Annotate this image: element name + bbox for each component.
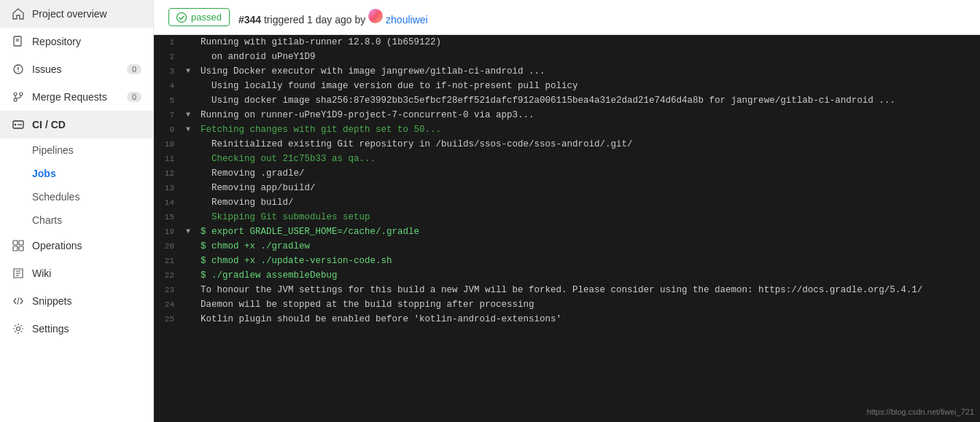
issues-badge: 0	[127, 64, 141, 74]
merge-icon	[12, 90, 25, 103]
expand-arrow[interactable]: ▼	[186, 122, 198, 137]
watermark: https://blog.csdn.net/liwei_721	[867, 407, 974, 416]
line-number: 3	[160, 64, 186, 79]
terminal-text: $ export GRADLE_USER_HOME=/cache/.gradle	[201, 224, 974, 239]
home-icon	[12, 7, 25, 20]
wiki-icon	[12, 267, 25, 280]
terminal-line: 9▼Fetching changes with git depth set to…	[154, 122, 980, 137]
job-number: #344	[238, 14, 261, 26]
terminal-text: Using docker image sha256:87e3992bb3c5ef…	[201, 93, 974, 108]
sidebar: Project overview Repository Issues 0	[0, 0, 154, 422]
line-number: 2	[160, 50, 186, 64]
line-number: 14	[160, 195, 186, 210]
sidebar-sub-item-schedules[interactable]: Schedules	[0, 185, 153, 208]
merge-requests-badge: 0	[127, 92, 141, 102]
svg-rect-16	[19, 246, 23, 251]
sidebar-item-snippets[interactable]: Snippets	[0, 287, 153, 315]
sidebar-item-repository[interactable]: Repository	[0, 28, 153, 55]
line-number: 5	[160, 93, 186, 108]
issue-icon	[12, 63, 25, 76]
terminal-line: 25Kotlin plugin should be enabled before…	[154, 312, 980, 327]
avatar	[368, 9, 383, 23]
terminal-text: Removing .gradle/	[201, 166, 974, 181]
header-job-info: #344 triggered 1 day ago by zhouliwei	[238, 9, 428, 26]
line-number: 9	[160, 122, 186, 137]
status-badge: passed	[168, 8, 230, 26]
sidebar-sub-label-jobs: Jobs	[32, 168, 56, 179]
terminal-text: To honour the JVM settings for this buil…	[201, 283, 974, 297]
sidebar-sub-label-schedules: Schedules	[32, 191, 79, 203]
sidebar-item-ci-cd[interactable]: CI / CD	[0, 111, 153, 138]
check-icon	[176, 12, 187, 23]
terminal-text: $ ./gradlew assembleDebug	[201, 268, 974, 283]
line-number: 4	[160, 79, 186, 93]
sidebar-label-operations: Operations	[32, 240, 82, 251]
terminal-text: on android uPneY1D9	[201, 50, 974, 64]
svg-point-5	[18, 71, 18, 71]
sidebar-label-ci-cd: CI / CD	[32, 119, 66, 130]
sidebar-item-wiki[interactable]: Wiki	[0, 259, 153, 287]
line-number: 20	[160, 239, 186, 254]
terminal-text: Running on runner-uPneY1D9-project-7-con…	[201, 108, 974, 122]
terminal-text: $ chmod +x ./update-version-code.sh	[201, 254, 974, 268]
sidebar-sub-item-charts[interactable]: Charts	[0, 208, 153, 232]
svg-point-11	[15, 124, 16, 125]
terminal-line: 11 Checking out 21c75b33 as qa...	[154, 152, 980, 166]
avatar-image	[368, 9, 383, 23]
terminal-text: Skipping Git submodules setup	[201, 210, 974, 224]
svg-rect-15	[13, 246, 18, 251]
terminal-text: Reinitialized existing Git repository in…	[201, 137, 974, 152]
snippet-icon	[12, 294, 25, 308]
line-number: 1	[160, 35, 186, 50]
terminal-line: 14 Removing build/	[154, 195, 980, 210]
svg-point-7	[20, 93, 23, 95]
terminal-text: Checking out 21c75b33 as qa...	[201, 152, 974, 166]
sidebar-item-operations[interactable]: Operations	[0, 232, 153, 259]
line-number: 23	[160, 283, 186, 297]
terminal[interactable]: 1Running with gitlab-runner 12.8.0 (1b65…	[154, 35, 980, 422]
line-number: 13	[160, 181, 186, 195]
ci-icon	[12, 118, 25, 131]
sidebar-label-repository: Repository	[32, 36, 81, 47]
svg-rect-13	[13, 241, 18, 245]
terminal-line: 13 Removing app/build/	[154, 181, 980, 195]
sidebar-item-merge-requests[interactable]: Merge Requests 0	[0, 83, 153, 111]
line-number: 21	[160, 254, 186, 268]
line-number: 11	[160, 152, 186, 166]
terminal-line: 5 Using docker image sha256:87e3992bb3c5…	[154, 93, 980, 108]
sidebar-item-settings[interactable]: Settings	[0, 315, 153, 343]
svg-point-6	[14, 93, 17, 95]
terminal-line: 24Daemon will be stopped at the build st…	[154, 297, 980, 312]
line-number: 24	[160, 297, 186, 312]
expand-arrow[interactable]: ▼	[186, 224, 198, 239]
sidebar-sub-item-pipelines[interactable]: Pipelines	[0, 138, 153, 162]
terminal-line: 22$ ./gradlew assembleDebug	[154, 268, 980, 283]
terminal-line: 21$ chmod +x ./update-version-code.sh	[154, 254, 980, 268]
sidebar-item-issues[interactable]: Issues 0	[0, 55, 153, 83]
terminal-text: Fetching changes with git depth set to 5…	[201, 122, 974, 137]
sidebar-label-issues: Issues	[32, 63, 61, 75]
sidebar-label-merge-requests: Merge Requests	[32, 91, 107, 103]
sidebar-sub-label-pipelines: Pipelines	[32, 144, 74, 156]
username-link[interactable]: zhouliwei	[386, 14, 428, 26]
expand-arrow[interactable]: ▼	[186, 64, 198, 79]
terminal-line: 4 Using locally found image version due …	[154, 79, 980, 93]
terminal-text: $ chmod +x ./gradlew	[201, 239, 974, 254]
book-icon	[12, 35, 25, 48]
line-number: 22	[160, 268, 186, 283]
status-text: passed	[191, 12, 222, 23]
terminal-line: 10 Reinitialized existing Git repository…	[154, 137, 980, 152]
terminal-line: 2 on android uPneY1D9	[154, 50, 980, 64]
svg-point-22	[177, 12, 187, 22]
expand-arrow[interactable]: ▼	[186, 108, 198, 122]
terminal-line: 12 Removing .gradle/	[154, 166, 980, 181]
terminal-text: Using locally found image version due to…	[201, 79, 974, 93]
line-number: 19	[160, 224, 186, 239]
sidebar-item-project-overview[interactable]: Project overview	[0, 0, 153, 28]
svg-point-21	[17, 327, 20, 331]
sidebar-sub-item-jobs[interactable]: Jobs	[0, 162, 153, 185]
terminal-text: Removing build/	[201, 195, 974, 210]
line-number: 7	[160, 108, 186, 122]
sidebar-label-settings: Settings	[32, 323, 69, 335]
trigger-text: triggered 1 day ago by	[264, 14, 368, 26]
